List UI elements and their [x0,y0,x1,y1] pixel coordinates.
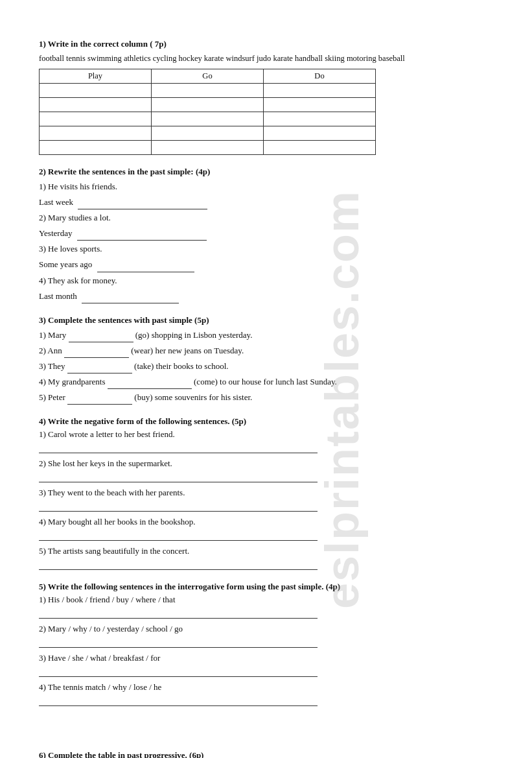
s4-sentence-2: 2) She lost her keys in the supermarket. [39,458,493,469]
s2-item-2-original: 2) Mary studies a lot. [39,211,493,225]
section-6-title: 6) Complete the table in past progressiv… [39,750,493,758]
s4-answer-1 [39,442,318,453]
s5-sentence-4: 4) The tennis match / why / lose / he [39,682,493,693]
s2-item-1-original: 1) He visits his friends. [39,180,493,194]
table-row [40,98,376,112]
s3-item-5: 5) Peter (buy) some souvenirs for his si… [39,390,493,405]
section-1: 1) Write in the correct column ( 7p) foo… [39,39,493,155]
table-row [40,112,376,126]
s2-item-4-prompt: Last month [39,289,493,303]
section-2: 2) Rewrite the sentences in the past sim… [39,167,493,303]
s5-block-4: 4) The tennis match / why / lose / he [39,682,493,706]
s4-sentence-5: 5) The artists sang beautifully in the c… [39,546,493,556]
sports-table: Play Go Do [39,69,376,155]
section-4-title: 4) Write the negative form of the follow… [39,416,493,427]
s5-sentence-3: 3) Have / she / what / breakfast / for [39,653,493,663]
s2-item-1-prompt: Last week [39,195,493,209]
word-list: football tennis swimming athletics cycli… [39,52,493,65]
s5-sentence-2: 2) Mary / why / to / yesterday / school … [39,624,493,634]
s4-answer-5 [39,558,318,570]
s4-block-1: 1) Carol wrote a letter to her best frie… [39,429,493,453]
s5-answer-3 [39,665,318,677]
s2-item-2-prompt: Yesterday [39,226,493,241]
s3-item-2: 2) Ann (wear) her new jeans on Tuesday. [39,344,493,358]
s4-answer-2 [39,471,318,482]
s4-block-3: 3) They went to the beach with her paren… [39,488,493,512]
s4-answer-4 [39,529,318,541]
s4-sentence-3: 3) They went to the beach with her paren… [39,488,493,498]
col-go: Go [152,69,264,84]
s5-sentence-1: 1) His / book / friend / buy / where / t… [39,595,493,605]
section-3-title: 3) Complete the sentences with past simp… [39,315,493,326]
s5-answer-2 [39,636,318,648]
s4-sentence-4: 4) Mary bought all her books in the book… [39,517,493,527]
section-5-title: 5) Write the following sentences in the … [39,582,493,592]
s3-item-4: 4) My grandparents (come) to our house f… [39,375,493,389]
s5-answer-4 [39,694,318,706]
s2-item-4-original: 4) They ask for money. [39,274,493,288]
s4-sentence-1: 1) Carol wrote a letter to her best frie… [39,429,493,440]
table-row [40,141,376,155]
s4-block-5: 5) The artists sang beautifully in the c… [39,546,493,570]
s5-answer-1 [39,607,318,619]
s2-item-3-original: 3) He loves sports. [39,242,493,256]
col-play: Play [40,69,152,84]
section-2-title: 2) Rewrite the sentences in the past sim… [39,167,493,177]
col-do: Do [264,69,376,84]
s5-block-2: 2) Mary / why / to / yesterday / school … [39,624,493,648]
table-row [40,84,376,98]
s5-block-1: 1) His / book / friend / buy / where / t… [39,595,493,619]
section-4: 4) Write the negative form of the follow… [39,416,493,570]
s4-answer-3 [39,500,318,512]
table-row [40,126,376,141]
s3-item-1: 1) Mary (go) shopping in Lisbon yesterda… [39,328,493,342]
s4-block-2: 2) She lost her keys in the supermarket. [39,458,493,482]
s3-item-3: 3) They (take) their books to school. [39,359,493,373]
section-6: 6) Complete the table in past progressiv… [39,750,493,758]
section-1-title: 1) Write in the correct column ( 7p) [39,39,493,49]
section-5: 5) Write the following sentences in the … [39,582,493,706]
s4-block-4: 4) Mary bought all her books in the book… [39,517,493,541]
s5-block-3: 3) Have / she / what / breakfast / for [39,653,493,677]
page: eslprintables.com 1) Write in the correc… [0,0,532,758]
s2-item-3-prompt: Some years ago [39,257,493,272]
section-3: 3) Complete the sentences with past simp… [39,315,493,405]
